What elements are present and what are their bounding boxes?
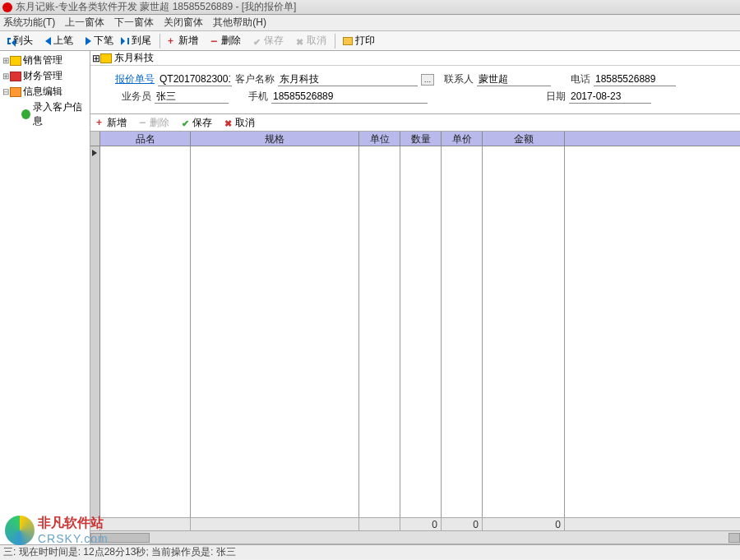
check-icon: ✔	[182, 118, 190, 127]
grid-h-scrollbar[interactable]	[90, 530, 740, 544]
date-input[interactable]	[569, 90, 651, 104]
sales-label: 业务员	[115, 90, 151, 104]
phone-input[interactable]	[594, 73, 676, 86]
nav-first-button[interactable]: 到头	[2, 32, 39, 50]
detail-grid: 品名 规格 单位 数量 单价 金额 0	[90, 132, 740, 544]
col-header-unit[interactable]: 单位	[359, 132, 400, 146]
nav-last-button[interactable]: 到尾	[120, 32, 157, 50]
status-text: 三: 现在时时间是: 12点28分13秒; 当前操作员是: 张三	[3, 545, 236, 559]
grid-toolbar: +新增 −删除 ✔保存 ✖取消	[90, 113, 740, 132]
contact-input[interactable]	[477, 73, 551, 86]
grid-cancel-button[interactable]: ✖取消	[219, 113, 261, 132]
status-bar: 三: 现在时时间是: 12点28分13秒; 当前操作员是: 张三	[0, 544, 740, 559]
print-button[interactable]: 打印	[337, 32, 381, 50]
content-tree-row[interactable]: ⊞ 东月科技	[90, 51, 740, 66]
menu-bar: 系统功能(T) 上一窗体 下一窗体 关闭窗体 其他帮助(H)	[0, 15, 740, 31]
cross-icon: ✖	[224, 118, 233, 127]
mobile-input[interactable]	[271, 90, 428, 104]
col-header-qty[interactable]: 数量	[400, 132, 442, 146]
collapse-icon: ⊟	[2, 87, 10, 96]
sales-input[interactable]	[155, 90, 229, 104]
grid-col	[483, 146, 565, 517]
app-icon	[2, 2, 12, 12]
content-pane: ⊞ 东月科技 报价单号 客户名称 … 联系人 电话 业务员 手机	[90, 51, 740, 544]
mobile-label: 手机	[232, 90, 268, 104]
footer-price: 0	[442, 518, 483, 530]
expand-icon: ⊞	[92, 53, 100, 64]
folder-icon	[10, 72, 21, 81]
printer-icon	[343, 37, 353, 45]
grid-body[interactable]	[90, 146, 740, 517]
grid-indicator-col	[90, 146, 100, 517]
first-icon	[7, 38, 11, 44]
grid-col	[100, 146, 191, 517]
check-icon: ✔	[253, 37, 261, 45]
expand-icon: ⊞	[2, 56, 10, 65]
col-header-price[interactable]: 单价	[442, 132, 483, 146]
last-icon	[126, 38, 129, 44]
minus-icon: −	[210, 37, 219, 45]
grid-header-row: 品名 规格 单位 数量 单价 金额	[90, 132, 740, 146]
window-title: 东月记账-专业各类软件开发 蒙世超 18585526889 - [我的报价单]	[16, 0, 296, 14]
next-icon	[86, 37, 91, 45]
scroll-right-icon[interactable]	[728, 533, 740, 543]
save-button[interactable]: ✔保存	[247, 32, 289, 50]
cust-lookup-button[interactable]: …	[421, 74, 434, 86]
grid-footer-row: 0 0 0	[90, 517, 740, 530]
add-button[interactable]: +新增	[162, 32, 204, 50]
grid-col	[400, 146, 442, 517]
col-header-amount[interactable]: 金额	[483, 132, 565, 146]
folder-icon	[100, 53, 112, 63]
nav-prev-button[interactable]: 上笔	[39, 32, 79, 50]
expand-icon: ⊞	[2, 72, 10, 81]
folder-icon	[10, 87, 21, 97]
toolbar-sep	[160, 34, 160, 49]
window-titlebar: 东月记账-专业各类软件开发 蒙世超 18585526889 - [我的报价单]	[0, 0, 740, 15]
menu-help[interactable]: 其他帮助(H)	[213, 16, 266, 30]
footer-amount: 0	[483, 518, 565, 530]
quote-form: 报价单号 客户名称 … 联系人 电话 业务员 手机 日期	[90, 66, 740, 110]
menu-prev-window[interactable]: 上一窗体	[65, 16, 104, 30]
sidebar-item-customer-entry[interactable]: 录入客户信息	[20, 100, 90, 129]
folder-icon	[10, 56, 21, 66]
col-header-spec[interactable]: 规格	[191, 132, 359, 146]
toolbar-sep	[335, 34, 335, 49]
grid-delete-button[interactable]: −删除	[133, 113, 175, 132]
cancel-button[interactable]: ✖取消	[290, 32, 332, 50]
quote-no-input[interactable]	[158, 73, 232, 86]
cust-input[interactable]	[278, 73, 418, 86]
sidebar-item-info[interactable]: ⊟信息编辑	[0, 84, 90, 100]
current-row-icon	[92, 150, 97, 156]
sidebar-item-finance[interactable]: ⊞财务管理	[0, 68, 90, 84]
prev-icon	[45, 37, 51, 45]
grid-col	[191, 146, 359, 517]
leaf-icon	[21, 109, 30, 119]
phone-label: 电话	[554, 72, 590, 86]
sidebar-item-sales[interactable]: ⊞销售管理	[0, 53, 90, 68]
main-toolbar: 到头 上笔 下笔 到尾 +新增 −删除 ✔保存 ✖取消 打印	[0, 31, 740, 51]
menu-next-window[interactable]: 下一窗体	[114, 16, 154, 30]
cust-label: 客户名称	[235, 72, 275, 86]
footer-qty: 0	[400, 518, 442, 530]
nav-next-button[interactable]: 下笔	[80, 32, 119, 50]
plus-icon: +	[168, 37, 176, 45]
delete-button[interactable]: −删除	[205, 32, 247, 50]
minus-icon: −	[139, 118, 147, 127]
grid-col	[359, 146, 400, 517]
menu-close-window[interactable]: 关闭窗体	[164, 16, 203, 30]
cross-icon: ✖	[296, 37, 304, 45]
date-label: 日期	[530, 90, 566, 104]
grid-col	[442, 146, 483, 517]
sidebar-tree: ⊞销售管理 ⊞财务管理 ⊟信息编辑 录入客户信息	[0, 51, 90, 544]
scroll-thumb[interactable]	[100, 533, 150, 543]
grid-indicator-header	[90, 132, 100, 146]
grid-add-button[interactable]: +新增	[90, 113, 132, 132]
contact-label: 联系人	[437, 72, 474, 86]
quote-no-label[interactable]: 报价单号	[115, 72, 155, 86]
plus-icon: +	[96, 118, 104, 127]
col-header-name[interactable]: 品名	[100, 132, 191, 146]
menu-sys[interactable]: 系统功能(T)	[3, 16, 55, 30]
grid-save-button[interactable]: ✔保存	[176, 113, 218, 132]
